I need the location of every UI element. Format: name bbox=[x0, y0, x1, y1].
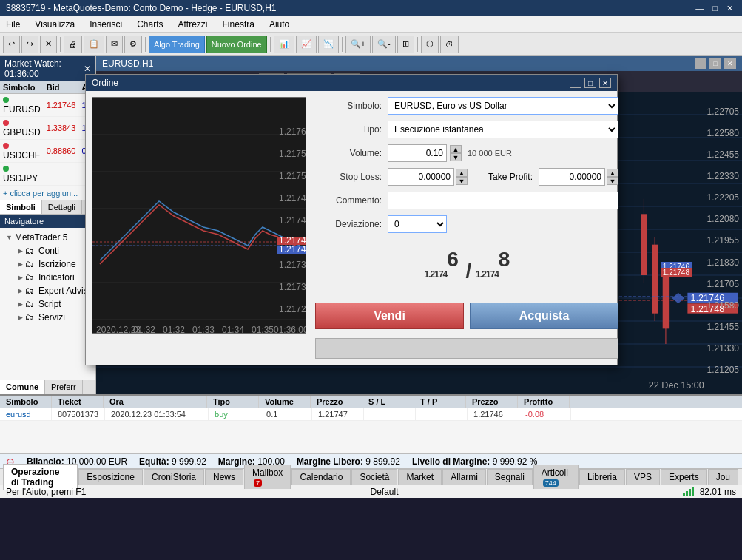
svg-text:01:34: 01:34 bbox=[222, 325, 244, 334]
tipo-label: Tipo: bbox=[315, 124, 382, 135]
simbolo-label: Simbolo: bbox=[315, 101, 382, 111]
tipo-select[interactable]: Esecuzione istantanea bbox=[388, 121, 618, 138]
volume-input[interactable] bbox=[388, 144, 447, 162]
modal-overlay: Ordine — □ ✕ EURUSD bbox=[0, 0, 742, 560]
bid-price-main: 1.2174 bbox=[425, 269, 448, 280]
sl-input[interactable] bbox=[388, 168, 454, 186]
action-buttons: Vendi Acquista bbox=[315, 303, 618, 329]
svg-text:1.21750: 1.21750 bbox=[279, 171, 306, 181]
sl-tp-row: Stop Loss: ▲ ▼ Take Profit: ▲ ▼ bbox=[315, 168, 618, 186]
modal-mini-chart: EURUSD bbox=[92, 97, 306, 334]
commento-input[interactable] bbox=[388, 192, 618, 209]
tp-spinner: ▲ ▼ bbox=[607, 169, 618, 185]
svg-text:01:35: 01:35 bbox=[252, 325, 274, 334]
svg-text:1.21740: 1.21740 bbox=[279, 215, 306, 226]
sl-label: Stop Loss: bbox=[315, 172, 382, 182]
buy-button[interactable]: Acquista bbox=[470, 303, 618, 329]
sl-control: ▲ ▼ bbox=[388, 168, 468, 186]
modal-titlebar: Ordine — □ ✕ bbox=[86, 75, 617, 91]
svg-text:01:33: 01:33 bbox=[192, 325, 215, 334]
ask-price-main: 1.2174 bbox=[476, 269, 499, 280]
modal-body: EURUSD bbox=[86, 91, 617, 365]
volume-control: ▲ ▼ 10 000 EUR bbox=[388, 144, 512, 162]
close-modal-btn[interactable] bbox=[315, 338, 618, 359]
price-display: 1.21746 / 1.21748 bbox=[315, 239, 618, 294]
tipo-row: Tipo: Esecuzione istantanea bbox=[315, 121, 618, 138]
svg-text:01:36:00: 01:36:00 bbox=[274, 325, 306, 334]
modal-title: Ordine bbox=[92, 78, 118, 88]
ask-price-suffix: 8 bbox=[499, 248, 510, 271]
deviazione-row: Deviazione: 0 bbox=[315, 215, 618, 233]
svg-text:1.21725: 1.21725 bbox=[279, 304, 306, 314]
svg-text:1.21760: 1.21760 bbox=[279, 126, 306, 137]
sell-button[interactable]: Vendi bbox=[315, 303, 464, 329]
modal-controls: — □ ✕ bbox=[570, 78, 611, 88]
sl-up[interactable]: ▲ bbox=[456, 169, 468, 177]
svg-text:01:32: 01:32 bbox=[163, 325, 185, 334]
volume-unit: 10 000 EUR bbox=[468, 149, 512, 158]
modal-form: Simbolo: EURUSD, Euro vs US Dollar Tipo:… bbox=[315, 97, 618, 359]
volume-up[interactable]: ▲ bbox=[450, 145, 462, 153]
simbolo-row: Simbolo: EURUSD, Euro vs US Dollar bbox=[315, 97, 618, 115]
sl-spinner: ▲ ▼ bbox=[456, 169, 468, 185]
svg-text:01:32: 01:32 bbox=[133, 325, 155, 334]
svg-text:1.21755: 1.21755 bbox=[279, 149, 306, 159]
svg-text:1.21735: 1.21735 bbox=[279, 260, 306, 270]
mini-chart-svg: 1.21748 1.21746 1.21760 1.21755 1.21750 … bbox=[92, 98, 306, 334]
bid-price-suffix: 6 bbox=[447, 248, 458, 271]
svg-rect-57 bbox=[92, 98, 306, 334]
deviazione-label: Deviazione: bbox=[315, 219, 382, 229]
svg-text:1.21745: 1.21745 bbox=[279, 193, 306, 203]
sl-down[interactable]: ▼ bbox=[456, 177, 468, 185]
tp-up[interactable]: ▲ bbox=[607, 169, 618, 177]
modal-close[interactable]: ✕ bbox=[599, 78, 611, 88]
volume-down[interactable]: ▼ bbox=[450, 153, 462, 161]
modal-restore[interactable]: □ bbox=[584, 78, 596, 88]
tp-control: ▲ ▼ bbox=[539, 168, 618, 186]
simbolo-select[interactable]: EURUSD, Euro vs US Dollar bbox=[388, 97, 618, 115]
tp-down[interactable]: ▼ bbox=[607, 177, 618, 185]
svg-text:1.21746: 1.21746 bbox=[279, 244, 306, 254]
deviazione-select[interactable]: 0 bbox=[388, 215, 447, 233]
volume-row: Volume: ▲ ▼ 10 000 EUR bbox=[315, 144, 618, 162]
commento-label: Commento: bbox=[315, 195, 382, 206]
modal-minimize[interactable]: — bbox=[570, 78, 581, 88]
tp-input[interactable] bbox=[539, 168, 605, 186]
ordine-modal: Ordine — □ ✕ EURUSD bbox=[85, 74, 618, 365]
tp-label: Take Profit: bbox=[473, 172, 533, 182]
commento-row: Commento: bbox=[315, 192, 618, 209]
modal-chart-section: EURUSD bbox=[92, 97, 306, 359]
price-separator: / bbox=[466, 259, 476, 282]
volume-label: Volume: bbox=[315, 148, 382, 158]
volume-spinner: ▲ ▼ bbox=[450, 145, 462, 161]
svg-text:1.21730: 1.21730 bbox=[279, 282, 306, 292]
